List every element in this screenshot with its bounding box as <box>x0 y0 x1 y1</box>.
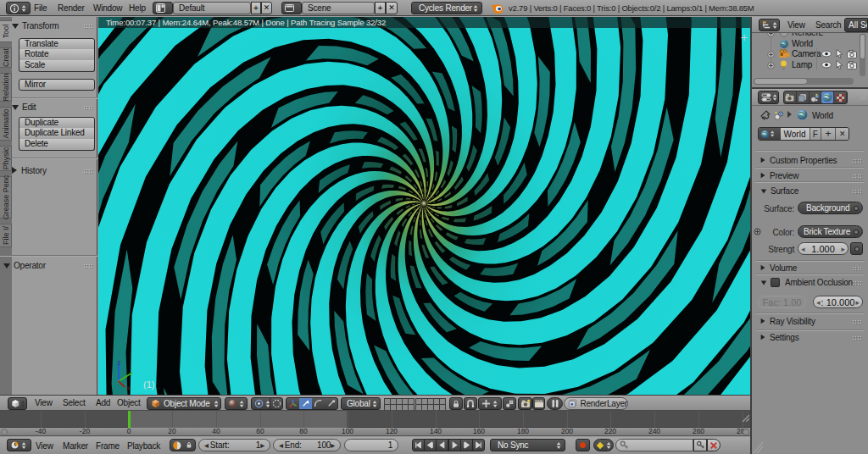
svg-text:■: ■ <box>570 401 573 407</box>
svg-text:z: z <box>117 358 121 367</box>
svg-text:x: x <box>126 384 131 392</box>
